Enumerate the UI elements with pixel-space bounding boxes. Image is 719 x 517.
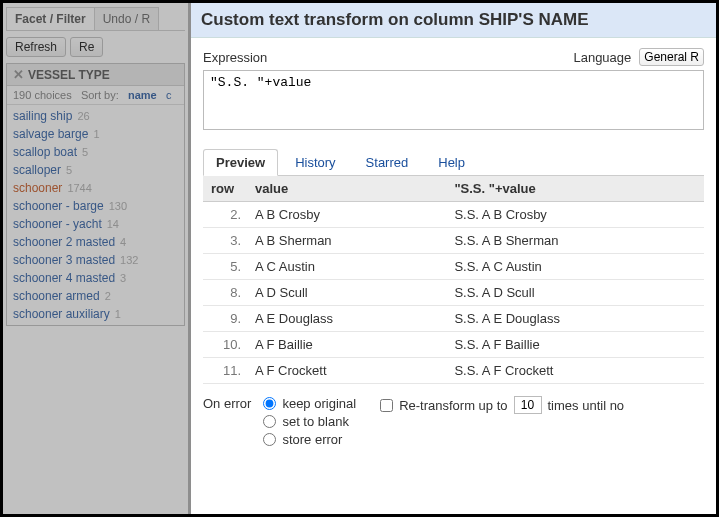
facet-item-count: 1 (115, 308, 121, 320)
onerror-blank-label: set to blank (282, 414, 349, 429)
facet-item[interactable]: schooner auxiliary1 (10, 305, 181, 323)
facet-item[interactable]: schooner - barge130 (10, 197, 181, 215)
facet-item[interactable]: schooner 3 masted132 (10, 251, 181, 269)
facet-item-count: 1744 (67, 182, 91, 194)
sort-by-name[interactable]: name (128, 89, 157, 101)
onerror-store[interactable]: store error (263, 432, 356, 447)
dialog-title: Custom text transform on column SHIP'S N… (191, 3, 716, 38)
onerror-keep[interactable]: keep original (263, 396, 356, 411)
facet-item-count: 3 (120, 272, 126, 284)
facet-item[interactable]: sailing ship26 (10, 107, 181, 125)
col-value: value (247, 176, 446, 202)
tab-history[interactable]: History (282, 149, 348, 176)
facet-item-count: 14 (107, 218, 119, 230)
facet-item-count: 4 (120, 236, 126, 248)
table-row: 3.A B ShermanS.S. A B Sherman (203, 228, 704, 254)
facet-title: VESSEL TYPE (28, 68, 110, 82)
onerror-blank-radio[interactable] (263, 415, 276, 428)
facet-item[interactable]: schooner 4 masted3 (10, 269, 181, 287)
onerror-keep-radio[interactable] (263, 397, 276, 410)
facet-item-label: salvage barge (13, 127, 88, 141)
facet-item-label: schooner armed (13, 289, 100, 303)
facet-item-label: schooner 2 masted (13, 235, 115, 249)
language-label: Language (573, 50, 631, 65)
tab-undo-redo[interactable]: Undo / R (94, 7, 159, 30)
tab-help[interactable]: Help (425, 149, 478, 176)
facet-item-label: schooner auxiliary (13, 307, 110, 321)
facet-item-count: 130 (109, 200, 127, 212)
facet-box: ✕ VESSEL TYPE 190 choices Sort by: name … (6, 63, 185, 326)
table-row: 2.A B CrosbyS.S. A B Crosby (203, 202, 704, 228)
table-row: 8.A D ScullS.S. A D Scull (203, 280, 704, 306)
facet-item-label: schooner (13, 181, 62, 195)
retransform-checkbox[interactable] (380, 399, 393, 412)
retransform-option[interactable]: Re-transform up to times until no (380, 396, 624, 414)
facet-item-count: 2 (105, 290, 111, 302)
onerror-label: On error (203, 396, 251, 411)
facet-item[interactable]: scallop boat5 (10, 143, 181, 161)
onerror-keep-label: keep original (282, 396, 356, 411)
facet-item-label: scalloper (13, 163, 61, 177)
sort-by-count[interactable]: c (166, 89, 172, 101)
facet-item-count: 5 (66, 164, 72, 176)
facet-item-label: schooner - barge (13, 199, 104, 213)
facet-sort-label: Sort by: (81, 89, 119, 101)
table-row: 9.A E DouglassS.S. A E Douglass (203, 306, 704, 332)
facet-item-label: scallop boat (13, 145, 77, 159)
close-facet-icon[interactable]: ✕ (13, 67, 24, 82)
retransform-count-input[interactable] (514, 396, 542, 414)
facet-item-count: 26 (77, 110, 89, 122)
table-row: 5.A C AustinS.S. A C Austin (203, 254, 704, 280)
sidebar: Facet / Filter Undo / R Refresh Re ✕ VES… (3, 3, 188, 514)
re-button[interactable]: Re (70, 37, 103, 57)
preview-table: row value "S.S. "+value 2.A B CrosbyS.S.… (203, 176, 704, 384)
facet-item-count: 132 (120, 254, 138, 266)
facet-choice-count: 190 choices (13, 89, 72, 101)
facet-item[interactable]: salvage barge1 (10, 125, 181, 143)
preview-body: 2.A B CrosbyS.S. A B Crosby3.A B Sherman… (203, 202, 704, 384)
tab-facet-filter[interactable]: Facet / Filter (6, 7, 95, 30)
col-row: row (203, 176, 247, 202)
facet-item[interactable]: schooner armed2 (10, 287, 181, 305)
tab-starred[interactable]: Starred (353, 149, 422, 176)
col-result: "S.S. "+value (446, 176, 704, 202)
facet-item[interactable]: schooner 2 masted4 (10, 233, 181, 251)
facet-item[interactable]: schooner - yacht14 (10, 215, 181, 233)
facet-item-label: schooner - yacht (13, 217, 102, 231)
facet-item-count: 1 (93, 128, 99, 140)
facet-item-count: 5 (82, 146, 88, 158)
transform-dialog: Custom text transform on column SHIP'S N… (191, 3, 716, 514)
onerror-store-label: store error (282, 432, 342, 447)
tab-preview[interactable]: Preview (203, 149, 278, 176)
facet-item-label: schooner 4 masted (13, 271, 115, 285)
facet-item[interactable]: scalloper5 (10, 161, 181, 179)
table-row: 11.A F CrockettS.S. A F Crockett (203, 358, 704, 384)
retransform-suffix: times until no (548, 398, 625, 413)
language-select[interactable]: General R (639, 48, 704, 66)
facet-item[interactable]: schooner1744 (10, 179, 181, 197)
refresh-button[interactable]: Refresh (6, 37, 66, 57)
onerror-store-radio[interactable] (263, 433, 276, 446)
facet-item-label: sailing ship (13, 109, 72, 123)
facet-item-label: schooner 3 masted (13, 253, 115, 267)
retransform-prefix: Re-transform up to (399, 398, 507, 413)
expression-label: Expression (203, 50, 267, 65)
expression-input[interactable] (203, 70, 704, 130)
table-row: 10.A F BaillieS.S. A F Baillie (203, 332, 704, 358)
onerror-blank[interactable]: set to blank (263, 414, 356, 429)
facet-items: sailing ship26salvage barge1scallop boat… (7, 105, 184, 325)
